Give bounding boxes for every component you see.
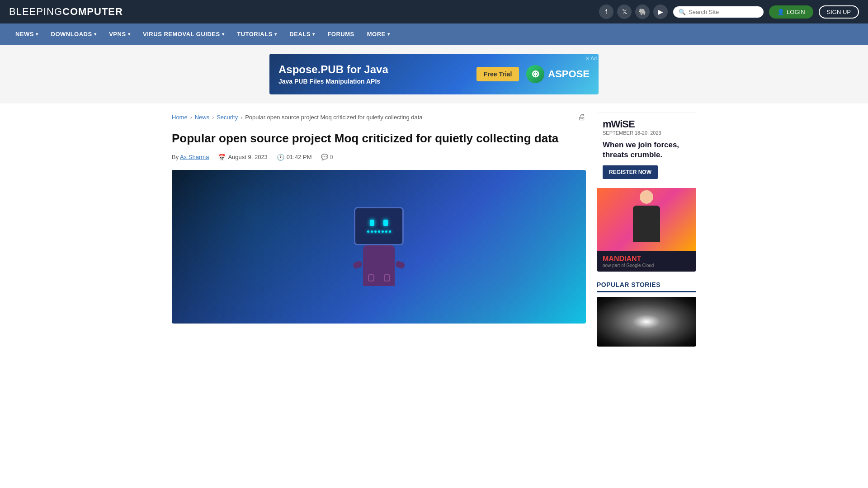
article-author-label: By Ax Sharma bbox=[172, 154, 209, 160]
smile-dot-6 bbox=[385, 230, 387, 233]
nav-vpns[interactable]: VPNS ▾ bbox=[103, 23, 137, 45]
main-nav: NEWS ▾ DOWNLOADS ▾ VPNS ▾ VIRUS REMOVAL … bbox=[0, 23, 868, 45]
article-author-link[interactable]: Ax Sharma bbox=[180, 154, 209, 160]
youtube-icon[interactable]: ▶ bbox=[653, 5, 668, 19]
nav-tutorials[interactable]: TUTORIALS ▾ bbox=[231, 23, 283, 45]
article-meta: By Ax Sharma 📅 August 9, 2023 🕐 01:42 PM… bbox=[172, 154, 586, 161]
twitter-icon[interactable]: 𝕏 bbox=[617, 5, 632, 19]
smile-dot-5 bbox=[382, 230, 384, 233]
sidebar-ad-content: mWiSE SEPTEMBER 18-20, 2023 When we join… bbox=[597, 113, 696, 188]
mandiant-bar: MANDIANT now part of Google Cloud bbox=[597, 251, 696, 272]
person-silhouette-icon bbox=[626, 190, 667, 249]
chevron-down-icon: ▾ bbox=[387, 32, 390, 37]
aspose-logo-icon: ⊛ bbox=[526, 65, 544, 83]
ad-text: Aspose.PUB for Java Java PUB Files Manip… bbox=[278, 63, 388, 85]
breadcrumb-current: Popular open source project Moq criticiz… bbox=[245, 114, 422, 121]
face-eyes bbox=[370, 220, 388, 226]
person-body-icon bbox=[633, 206, 660, 242]
mwise-register-button[interactable]: REGISTER NOW bbox=[603, 165, 658, 179]
hand-left-icon bbox=[368, 274, 374, 282]
article-comments[interactable]: 💬 0 bbox=[321, 154, 333, 160]
tunnel-image bbox=[597, 297, 696, 347]
site-header: BLEEPINGCOMPUTER f 𝕏 🐘 ▶ 🔍 👤 LOGIN SIGN … bbox=[0, 0, 868, 23]
article-date: 📅 August 9, 2023 bbox=[218, 154, 267, 161]
mandiant-logo: MANDIANT bbox=[603, 255, 690, 263]
breadcrumb-sep-1: › bbox=[190, 114, 192, 121]
face-icon bbox=[367, 220, 391, 233]
person-head-icon bbox=[640, 190, 653, 204]
smile-dot-4 bbox=[378, 230, 380, 233]
ad-banner-section: Aspose.PUB for Java Java PUB Files Manip… bbox=[0, 45, 868, 103]
nav-deals[interactable]: DEALS ▾ bbox=[283, 23, 321, 45]
clock-icon: 🕐 bbox=[277, 154, 284, 161]
breadcrumb-home[interactable]: Home bbox=[172, 114, 188, 121]
signup-label: SIGN UP bbox=[827, 9, 851, 15]
smile-dot-7 bbox=[389, 230, 391, 233]
chevron-down-icon: ▾ bbox=[94, 32, 97, 37]
print-icon[interactable]: 🖨 bbox=[578, 113, 586, 122]
chevron-down-icon: ▾ bbox=[128, 32, 131, 37]
facebook-icon[interactable]: f bbox=[599, 5, 613, 19]
article-date-text: August 9, 2023 bbox=[228, 154, 267, 160]
chevron-down-icon: ▾ bbox=[36, 32, 38, 37]
comment-icon: 💬 bbox=[321, 154, 328, 160]
ad-logo: ⊛ ASPOSE bbox=[526, 65, 590, 83]
nav-virus-removal[interactable]: VIRUS REMOVAL GUIDES ▾ bbox=[137, 23, 231, 45]
smile-icon bbox=[367, 230, 391, 233]
chevron-down-icon: ▾ bbox=[274, 32, 277, 37]
signup-button[interactable]: SIGN UP bbox=[819, 5, 859, 19]
login-label: LOGIN bbox=[787, 9, 805, 15]
breadcrumb-sep-2: › bbox=[212, 114, 214, 121]
ad-subtitle: Java PUB Files Manipulation APIs bbox=[278, 78, 388, 85]
logo-light: BLEEPING bbox=[9, 6, 62, 17]
ad-banner[interactable]: Aspose.PUB for Java Java PUB Files Manip… bbox=[269, 54, 599, 94]
search-icon: 🔍 bbox=[679, 9, 686, 15]
popular-stories-title: POPULAR STORIES bbox=[597, 281, 696, 292]
smile-dot-1 bbox=[367, 230, 369, 233]
comments-count: 0 bbox=[330, 154, 333, 160]
image-content bbox=[354, 207, 404, 286]
hand-right-icon bbox=[384, 274, 390, 282]
nav-downloads[interactable]: DOWNLOADS ▾ bbox=[45, 23, 103, 45]
mwise-date: SEPTEMBER 18-20, 2023 bbox=[603, 130, 690, 136]
sidebar-ad-mandiant[interactable]: mWiSE SEPTEMBER 18-20, 2023 When we join… bbox=[597, 113, 696, 272]
mwise-image bbox=[597, 188, 696, 251]
site-logo[interactable]: BLEEPINGCOMPUTER bbox=[9, 6, 123, 18]
ad-trial-button[interactable]: Free Trial bbox=[476, 67, 519, 81]
logo-bold: COMPUTER bbox=[62, 6, 123, 17]
nav-forums[interactable]: FORUMS bbox=[321, 23, 360, 45]
breadcrumb-sep-3: › bbox=[241, 114, 242, 121]
popular-story-1[interactable] bbox=[597, 297, 696, 347]
article-time: 🕐 01:42 PM bbox=[277, 154, 312, 161]
search-input[interactable] bbox=[689, 9, 758, 15]
ad-title: Aspose.PUB for Java bbox=[278, 63, 388, 76]
ad-brand: ASPOSE bbox=[548, 68, 590, 80]
chevron-down-icon: ▾ bbox=[312, 32, 315, 37]
mastodon-icon[interactable]: 🐘 bbox=[635, 5, 650, 19]
eye-right-icon bbox=[383, 220, 388, 226]
main-container: Home › News › Security › Popular open so… bbox=[163, 103, 705, 356]
monitor-icon bbox=[354, 207, 404, 245]
smile-dot-3 bbox=[374, 230, 377, 233]
calendar-icon: 📅 bbox=[218, 154, 226, 161]
eye-left-icon bbox=[370, 220, 374, 226]
mwise-tagline: When we join forces, threats crumble. bbox=[603, 140, 690, 160]
sidebar: mWiSE SEPTEMBER 18-20, 2023 When we join… bbox=[597, 113, 696, 347]
article-section: Home › News › Security › Popular open so… bbox=[172, 113, 586, 347]
login-button[interactable]: 👤 LOGIN bbox=[769, 5, 813, 19]
breadcrumb-security[interactable]: Security bbox=[217, 114, 238, 121]
nav-more[interactable]: MORE ▾ bbox=[361, 23, 396, 45]
figure-body bbox=[363, 245, 395, 286]
login-person-icon: 👤 bbox=[777, 9, 784, 15]
article-title: Popular open source project Moq criticiz… bbox=[172, 131, 586, 146]
article-time-text: 01:42 PM bbox=[287, 154, 312, 160]
breadcrumb-news[interactable]: News bbox=[195, 114, 210, 121]
nav-news[interactable]: NEWS ▾ bbox=[9, 23, 45, 45]
smile-dot-2 bbox=[371, 230, 373, 233]
article-hero-image bbox=[172, 170, 586, 324]
mandiant-sub: now part of Google Cloud bbox=[603, 263, 690, 268]
ad-close-icon[interactable]: ✕ Ad bbox=[585, 56, 597, 61]
header-right: f 𝕏 🐘 ▶ 🔍 👤 LOGIN SIGN UP bbox=[599, 5, 859, 19]
search-box[interactable]: 🔍 bbox=[673, 6, 764, 18]
popular-stories-section: POPULAR STORIES bbox=[597, 281, 696, 347]
